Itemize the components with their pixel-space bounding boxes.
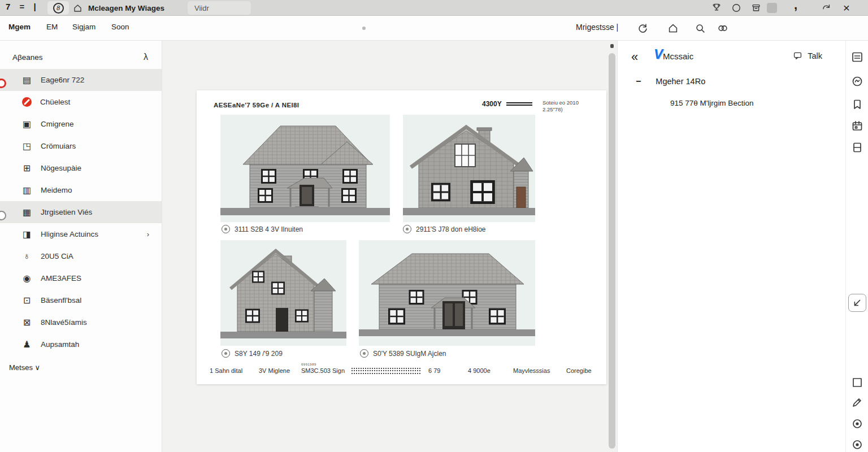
split-icon[interactable] [850,141,864,154]
sidebar-item-stamps[interactable]: ⊠ 8Nlavé5íamis [0,311,162,333]
scribble-icon[interactable] [850,75,864,88]
print-icon: ⊡ [21,295,32,306]
elevation-caption-2: 2911'S J78 don eH8ioe [403,225,486,233]
elevation-caption-3: S8Y 149 /'9 209 [222,349,283,358]
document-icon: ▤ [21,75,32,85]
sidebar-item-baseline[interactable]: ⊡ Bäsenfl'bsal [0,289,162,311]
sidebar-item-actions[interactable]: ◨ Hliginse Actuincs › [0,223,162,245]
title-block-field: 4 9000e [468,367,491,374]
title-block-field: 6991989 SM3C.503 Sign [301,367,345,374]
edge-toolbar [845,41,868,452]
house-side-elevation-drawing [403,115,535,222]
menu-item-2[interactable]: EM [46,23,58,31]
sidebar-item-checklist[interactable]: Chüelest [0,91,162,113]
panel-title: Mcssaic [663,51,693,61]
pointer-tool-button[interactable] [848,294,866,312]
sidebar-item-certificates[interactable]: ▣ Cmigrene [0,113,162,135]
pen-icon[interactable] [850,395,864,409]
elevation-panel-3 [220,240,346,346]
edit-icon: ▥ [21,185,32,195]
bookmark-parent-row[interactable]: − Mgeher 14Ro [636,76,705,86]
detail-marker-icon [222,349,230,358]
title-block-field: 6 79 [428,367,440,374]
trophy-icon[interactable] [711,2,722,14]
sidebar-collapse-icon[interactable]: λ [144,52,148,62]
person-icon: ♟ [21,339,32,350]
home-icon[interactable] [667,22,679,34]
elevation-caption-4: S0'Y 5389 SUlgM Ajclen [360,349,446,358]
sidebar-item-integration[interactable]: ▦ Jtrgisetien Viés [0,201,162,223]
sidebar-item-organize[interactable]: ⊞ Nögesupàie [0,157,162,179]
app-logo[interactable]: 8 [47,1,69,15]
sidebar-item-cia[interactable]: ♀ 20U5 CiA [0,245,162,267]
collapse-minus-icon[interactable]: − [636,76,641,86]
vertical-scrollbar[interactable] [609,53,615,449]
app-menu-glyphs[interactable]: 7 = | [6,2,40,11]
briefcase-icon: ◨ [21,229,32,240]
active-document-tab[interactable]: Mcleagen My Wiages [72,0,164,16]
bullseye-icon[interactable] [850,417,864,431]
fine-print-label: 6991989 [301,363,316,366]
fingerprint-icon: ◉ [21,273,32,284]
forms-icon: ◳ [21,141,32,151]
archive-icon[interactable] [750,2,762,14]
menu-item-1[interactable]: Mgem [8,23,31,31]
quote-icon[interactable]: , [790,2,801,14]
scale-bar [506,101,532,106]
talk-button[interactable]: Talk [792,50,822,61]
sidebar-item-forms[interactable]: ◳ Crömuiars [0,135,162,157]
title-block-field: Coregibe [566,367,592,374]
menu-item-4[interactable]: Soon [111,23,129,31]
refresh-icon[interactable] [636,22,649,34]
address-label[interactable]: Mrigestsse | [576,23,618,32]
toolbar-dot [362,27,366,30]
notes-icon[interactable] [850,50,864,64]
redo-icon[interactable] [821,2,832,14]
bookmark-icon[interactable] [850,98,864,111]
key-icon: ♀ [21,251,32,262]
detail-marker-icon [403,225,411,233]
elevation-panel-4 [359,240,535,346]
certificate-icon: ▣ [21,119,32,129]
circles-icon[interactable] [717,22,729,34]
panel-collapse-icon[interactable]: « [631,50,637,64]
fine-print-block [351,366,420,375]
sidebar-header: Aβeanes [12,53,43,62]
drawing-note: Soteiu eo 2010 2.25"78) [542,99,579,113]
sidebar-item-amedafes[interactable]: ◉ AME3AFES [0,267,162,289]
circle-icon[interactable] [731,2,742,14]
document-canvas: AESEaNe'7 59Ge / A NEI8I 4300Y Soteiu eo… [162,41,617,452]
stamp-icon: ⊠ [21,317,32,328]
chevron-right-icon: › [147,230,149,238]
sidebar-more-link[interactable]: Metses ∨ [9,363,162,372]
bullseye-icon[interactable] [850,438,864,451]
grid-icon: ▦ [21,207,32,218]
elevation-caption-1: 3111 S2B 4 3V Ilnuiten [222,225,303,233]
square-badge[interactable] [766,2,778,14]
menu-item-3[interactable]: Sigjam [72,23,96,31]
prohibit-icon [22,97,32,107]
bookmark-child-row[interactable]: 915 77θ M'ljrgim Bection [670,99,753,107]
sidebar-item-edit[interactable]: ▥ Meidemo [0,179,162,201]
pointer-icon [851,297,863,309]
bookmarks-panel: « V Mcssaic Talk − Mgeher 14Ro 915 77θ M… [617,41,845,452]
calendar-icon[interactable] [850,119,864,133]
active-tab-label: Mcleagen My Wiages [88,4,164,12]
search-icon[interactable] [694,22,706,34]
home-icon [72,3,83,14]
inactive-tab-label: Viidr [194,4,209,12]
elevation-panel-1 [220,115,390,222]
tools-sidebar: Aβeanes λ ▤ Eage6nr 722 Chüelest ▣ Cmigr… [0,41,162,452]
square-icon[interactable] [850,376,864,389]
close-icon[interactable]: × [841,2,852,14]
scrollbar-marker [610,44,614,48]
title-block-field: 3V Miglene [259,367,290,374]
menu-bar: Mgem EM Sigjam Soon Mrigestsse | [0,16,868,41]
detail-marker-icon [360,349,368,358]
inactive-document-tab[interactable]: Viidr [188,1,251,15]
sidebar-item-accessibility[interactable]: ♟ Aupsamtah [0,333,162,355]
title-block-field: Mayvlesssias [513,367,550,374]
window-title-bar: 7 = | 8 Mcleagen My Wiages Viidr , × [0,0,868,16]
sidebar-item-pages[interactable]: ▤ Eage6nr 722 [0,69,162,91]
title-block-field: 1 Sahn dital [210,367,242,374]
